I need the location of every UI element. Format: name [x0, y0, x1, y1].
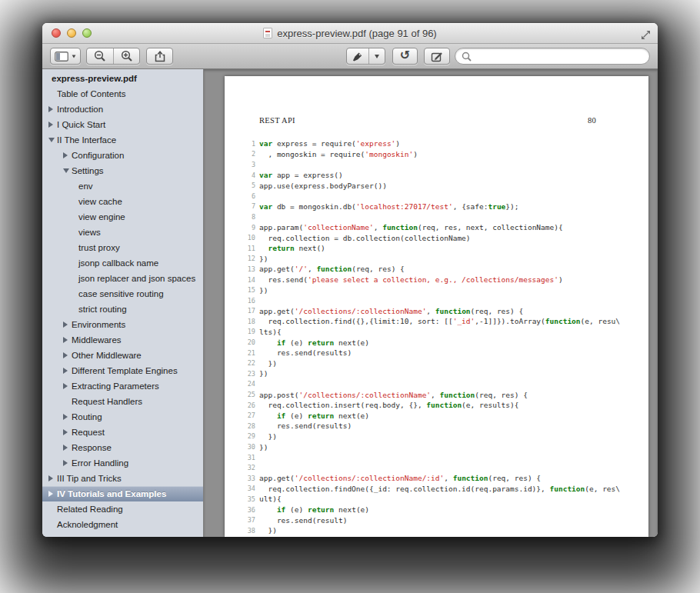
sidebar-item-label: Response — [72, 443, 112, 452]
line-number: 30 — [225, 443, 255, 451]
sidebar-item[interactable]: I Quick Start — [42, 117, 203, 132]
code-text: }) — [259, 255, 268, 263]
disclosure-triangle-icon[interactable] — [48, 122, 53, 128]
zoom-out-icon — [94, 50, 106, 62]
disclosure-triangle-icon[interactable] — [63, 368, 68, 374]
disclosure-triangle-icon[interactable] — [63, 460, 68, 466]
line-number: 27 — [225, 411, 255, 419]
sidebar-item-label: env — [78, 182, 93, 191]
search-input[interactable] — [475, 52, 643, 61]
sidebar-item[interactable]: Other Middleware — [42, 348, 203, 363]
line-number: 5 — [225, 182, 255, 189]
zoom-button[interactable] — [82, 28, 92, 38]
sidebar-item[interactable]: Acknoledgment — [42, 517, 203, 532]
search-field[interactable] — [455, 48, 650, 65]
disclosure-triangle-icon[interactable] — [63, 321, 68, 328]
sidebar-item[interactable]: Different Template Engines — [42, 363, 203, 378]
sidebar-item-label: Configuration — [72, 151, 124, 160]
code-line: 4var app = express() — [225, 170, 648, 181]
disclosure-triangle-icon[interactable] — [63, 414, 68, 420]
disclosure-triangle-icon[interactable] — [48, 491, 53, 497]
markup-pencil-icon — [431, 51, 444, 62]
window-content: express-preview.pdfTable of ContentsIntr… — [42, 69, 658, 537]
share-button[interactable] — [146, 48, 173, 65]
sidebar-item-label: Table of Contents — [57, 89, 126, 98]
highlight-dropdown-button[interactable] — [368, 48, 385, 64]
pdf-page: REST API 80 1var express = require('expr… — [225, 76, 648, 537]
sidebar-item[interactable]: Configuration — [42, 148, 203, 163]
disclosure-triangle-icon[interactable] — [48, 106, 53, 112]
sidebar-item-label: III Tip and Tricks — [57, 474, 122, 483]
sidebar-item[interactable]: Environments — [42, 317, 203, 332]
disclosure-triangle-icon[interactable] — [63, 168, 69, 173]
rotate-left-icon: ↺ — [400, 49, 410, 62]
rotate-left-button[interactable]: ↺ — [392, 48, 418, 65]
line-number: 24 — [225, 380, 255, 388]
code-text: lts){ — [259, 328, 282, 336]
sidebar-item-label: Middlewares — [72, 335, 122, 345]
code-line: 36 if (e) return next(e) — [225, 505, 648, 515]
sidebar-item-label: Acknoledgment — [57, 520, 118, 529]
sidebar-item[interactable]: Request Handlers — [42, 394, 203, 409]
disclosure-triangle-icon[interactable] — [63, 352, 68, 358]
code-text: }) — [259, 369, 268, 378]
sidebar-item[interactable]: env — [42, 178, 203, 194]
disclosure-triangle-icon[interactable] — [63, 152, 68, 158]
sidebar-item[interactable]: IV Tutorials and Examples — [42, 486, 203, 501]
disclosure-triangle-icon[interactable] — [63, 337, 68, 343]
sidebar-item[interactable]: express-preview.pdf — [42, 71, 203, 86]
sidebar-item[interactable]: Request — [42, 425, 203, 440]
sidebar-item[interactable]: Settings — [42, 163, 203, 178]
sidebar-list: express-preview.pdfTable of ContentsIntr… — [42, 71, 203, 532]
sidebar-item[interactable]: view engine — [42, 209, 203, 225]
line-number: 1 — [225, 140, 255, 148]
line-number: 2 — [225, 150, 255, 158]
zoom-out-button[interactable] — [87, 48, 113, 64]
line-number: 29 — [225, 432, 255, 440]
sidebar-item[interactable]: Response — [42, 440, 203, 455]
line-number: 7 — [225, 202, 255, 210]
sidebar-item[interactable]: case sensitive routing — [42, 286, 203, 301]
share-icon — [154, 51, 166, 62]
sidebar-item[interactable]: Extracting Parameters — [42, 378, 203, 394]
zoom-in-button[interactable] — [113, 48, 139, 64]
code-line: 23}) — [225, 368, 648, 379]
line-number: 3 — [225, 161, 255, 168]
sidebar-item[interactable]: Table of Contents — [42, 86, 203, 102]
sidebar-item[interactable]: jsonp callback name — [42, 255, 203, 271]
code-line: 25app.post('/collections/:collectionName… — [225, 389, 648, 400]
disclosure-triangle-icon[interactable] — [63, 383, 68, 389]
pdf-viewport[interactable]: REST API 80 1var express = require('expr… — [204, 69, 658, 537]
sidebar-item[interactable]: III Tip and Tricks — [42, 471, 203, 486]
sidebar-item[interactable]: Routing — [42, 409, 203, 425]
sidebar-item[interactable]: Middlewares — [42, 332, 203, 348]
sidebar-item[interactable]: Introduction — [42, 102, 203, 117]
sidebar-item[interactable]: view cache — [42, 194, 203, 209]
sidebar-item[interactable]: Error Handling — [42, 455, 203, 471]
sidebar-item[interactable]: json replacer and json spaces — [42, 271, 203, 286]
disclosure-triangle-icon[interactable] — [48, 138, 55, 142]
sidebar-item-label: jsonp callback name — [78, 258, 158, 268]
sidebar-item[interactable]: views — [42, 225, 203, 240]
sidebar-item[interactable]: trust proxy — [42, 240, 203, 255]
line-number: 8 — [225, 213, 255, 221]
line-number: 14 — [225, 276, 255, 284]
sidebar-item[interactable]: Related Reading — [42, 501, 203, 517]
sidebar-item[interactable]: II The Interface — [42, 132, 203, 148]
highlight-button[interactable] — [347, 48, 368, 64]
disclosure-triangle-icon[interactable] — [63, 445, 68, 451]
fullscreen-button[interactable] — [641, 29, 651, 43]
sidebar-item-label: Request Handlers — [72, 397, 142, 406]
code-text: }) — [259, 359, 277, 368]
chevron-down-icon — [375, 55, 379, 58]
disclosure-triangle-icon[interactable] — [48, 475, 53, 481]
line-number: 26 — [225, 401, 255, 409]
disclosure-triangle-icon[interactable] — [63, 429, 68, 435]
minimize-button[interactable] — [67, 28, 76, 38]
sidebar-item[interactable]: strict routing — [42, 301, 203, 317]
close-button[interactable] — [52, 28, 61, 38]
sidebar-toggle-button[interactable] — [50, 48, 81, 65]
markup-button[interactable] — [424, 48, 450, 65]
line-number: 21 — [225, 349, 255, 357]
line-number: 33 — [225, 475, 255, 482]
